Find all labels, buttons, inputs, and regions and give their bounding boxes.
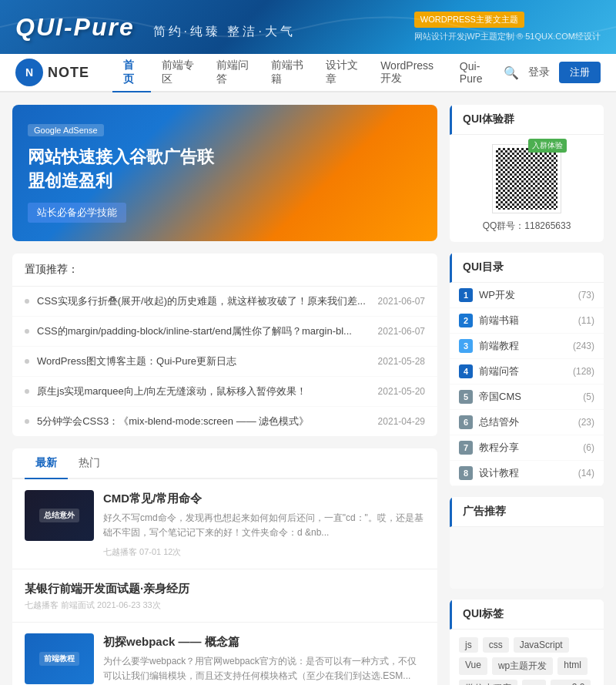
menu-item-label: 帝国CMS xyxy=(479,390,583,404)
menu-count: (243) xyxy=(573,341,594,351)
menu-count: (14) xyxy=(578,468,594,478)
ad-recommend-card: 广告推荐 xyxy=(450,497,604,589)
tag-wp[interactable]: wp xyxy=(522,680,546,685)
nav-link-首页[interactable]: 首页 xyxy=(112,54,151,92)
menu-count: (23) xyxy=(578,417,594,428)
pinned-title: 5分钟学会CSS3：《mix-blend-mode:screen —— 滤色模式… xyxy=(37,415,370,428)
menu-item-前端书籍[interactable]: 2 前端书籍 (11) xyxy=(450,308,604,334)
menu-item-教程分享[interactable]: 7 教程分享 (6) xyxy=(450,435,604,461)
article-meta: 七越播客 07-01 12次 xyxy=(103,546,425,558)
tag-Vue[interactable]: Vue xyxy=(459,657,487,675)
menu-item-设计教程[interactable]: 8 设计教程 (14) xyxy=(450,461,604,486)
article-meta: 七越播客 前端面试 2021-06-23 33次 xyxy=(25,599,425,611)
join-btn[interactable]: 入群体验 xyxy=(528,139,567,153)
pinned-header: 置顶推荐： xyxy=(12,254,437,287)
nav-link-前端专区[interactable]: 前端专区 xyxy=(151,54,206,92)
login-button[interactable]: 登录 xyxy=(528,65,550,79)
pinned-dot xyxy=(25,329,29,334)
hero-slogan: 简约·纯臻 整洁·大气 xyxy=(153,25,296,38)
nav-link-前端问答[interactable]: 前端问答 xyxy=(206,54,260,92)
pinned-date: 2021-05-20 xyxy=(378,386,425,397)
article-thumb: 前端教程 xyxy=(25,633,94,684)
menu-num: 4 xyxy=(459,364,473,378)
menu-item-label: 前端教程 xyxy=(479,339,573,353)
menu-item-label: 前端书籍 xyxy=(479,314,578,327)
main-content: Google AdSense 网站快速接入谷歌广告联盟创造盈利 站长必备必学技能… xyxy=(12,105,437,685)
menu-item-label: WP开发 xyxy=(479,288,578,302)
sidebar: QUI体验群 入群体验 QQ群号：118265633 QUI目录 1 WP开发 … xyxy=(450,105,604,685)
nav-links: 首页前端专区前端问答前端书籍设计文章WordPress开发Qui-Pure xyxy=(112,54,504,91)
article-list: 总结意外 CMD常见/常用命令 好久不写cmd命令，发现再也想起来如何如何后还问… xyxy=(12,479,437,685)
tab-最新[interactable]: 最新 xyxy=(25,448,68,479)
tabs-header: 最新热门 xyxy=(12,448,437,479)
menu-count: (73) xyxy=(578,290,594,301)
nav-logo[interactable]: N NOTE xyxy=(15,59,89,86)
wp-theme-button[interactable]: WORDPRESS主要文主题 xyxy=(414,12,524,28)
menu-count: (11) xyxy=(578,315,594,326)
nav-actions: 🔍 登录 注册 xyxy=(504,62,601,83)
main-container: Google AdSense 网站快速接入谷歌广告联盟创造盈利 站长必备必学技能… xyxy=(0,92,616,685)
qui-menu-list: 1 WP开发 (73) 2 前端书籍 (11) 3 前端教程 (243) 4 前… xyxy=(450,283,604,486)
qui-menu-card: QUI目录 1 WP开发 (73) 2 前端书籍 (11) 3 前端教程 (24… xyxy=(450,253,604,486)
pinned-item[interactable]: 原生js实现marquee向上/向左无缝滚动，鼠标移入暂停效果！ 2021-05… xyxy=(12,377,437,407)
menu-num: 1 xyxy=(459,288,473,302)
tag-微信小程序[interactable]: 微信小程序 xyxy=(459,680,517,685)
menu-count: (128) xyxy=(573,366,594,377)
search-icon[interactable]: 🔍 xyxy=(504,65,519,80)
tags-container: jscssJavaScriptVuewp主题开发html微信小程序wpvue3.… xyxy=(450,630,604,685)
ad-recommend-title: 广告推荐 xyxy=(450,497,604,527)
nav-link-Qui-Pure[interactable]: Qui-Pure xyxy=(449,54,504,92)
menu-item-label: 前端问答 xyxy=(479,364,573,378)
qr-inner xyxy=(496,148,557,210)
tag-wp主题开发[interactable]: wp主题开发 xyxy=(492,657,553,675)
article-thumb: 总结意外 xyxy=(25,490,94,541)
ad-sidebar-content xyxy=(450,527,604,589)
pinned-dot xyxy=(25,419,29,424)
pinned-item[interactable]: CSS的margin/padding-block/inline-start/en… xyxy=(12,317,437,347)
menu-item-帝国CMS[interactable]: 5 帝国CMS (5) xyxy=(450,384,604,410)
menu-item-label: 总结管外 xyxy=(479,415,578,429)
menu-item-总结管外[interactable]: 6 总结管外 (23) xyxy=(450,410,604,435)
menu-item-WP开发[interactable]: 1 WP开发 (73) xyxy=(450,283,604,308)
menu-item-前端问答[interactable]: 4 前端问答 (128) xyxy=(450,359,604,384)
menu-item-前端教程[interactable]: 3 前端教程 (243) xyxy=(450,334,604,359)
article-title: CMD常见/常用命令 xyxy=(103,490,425,506)
pinned-item[interactable]: CSS实现多行折叠(展开/收起)的历史难题，就这样被攻破了！原来我们差... 2… xyxy=(12,287,437,317)
hero-right: WORDPRESS主要文主题 网站设计开发jWP主题定制 ® 51QUX.COM… xyxy=(414,12,601,42)
article-item[interactable]: 前端教程 初探webpack —— 概念篇 为什么要学webpack？用官网we… xyxy=(12,623,437,685)
article-excerpt: 好久不写cmd命令，发现再也想起来如何如何后还问，一直"cd："。哎，还是基础不… xyxy=(103,511,425,540)
pinned-dot xyxy=(25,389,29,394)
hero-logo: QUI-Pure xyxy=(15,13,135,41)
tag-vue3.0[interactable]: vue3.0 xyxy=(551,680,591,685)
menu-item-label: 教程分享 xyxy=(479,441,583,455)
article-title: 初探webpack —— 概念篇 xyxy=(103,633,425,650)
tag-js[interactable]: js xyxy=(459,637,478,653)
ad-subtitle: 站长必备必学技能 xyxy=(28,203,126,223)
nav-link-前端书籍[interactable]: 前端书籍 xyxy=(260,54,315,92)
register-button[interactable]: 注册 xyxy=(559,62,601,83)
tab-热门[interactable]: 热门 xyxy=(68,448,111,479)
article-item[interactable]: 总结意外 CMD常见/常用命令 好久不写cmd命令，发现再也想起来如何如何后还问… xyxy=(12,479,437,569)
tag-css[interactable]: css xyxy=(483,637,509,653)
qr-code: 入群体验 xyxy=(492,144,561,213)
menu-item-label: 设计教程 xyxy=(479,466,578,480)
pinned-item[interactable]: WordPress图文博客主题：Qui-Pure更新日志 2021-05-28 xyxy=(12,347,437,377)
thumb-label: 总结意外 xyxy=(39,509,79,522)
tag-JavaScript[interactable]: JavaScript xyxy=(514,637,569,653)
ad-banner[interactable]: Google AdSense 网站快速接入谷歌广告联盟创造盈利 站长必备必学技能 xyxy=(12,105,437,241)
article-item-no-thumb[interactable]: 某银行前端开发面试题·亲身经历 七越播客 前端面试 2021-06-23 33次 xyxy=(12,569,437,623)
pinned-date: 2021-06-07 xyxy=(378,326,425,337)
article-title: 某银行前端开发面试题·亲身经历 xyxy=(25,580,425,596)
nav-link-设计文章[interactable]: 设计文章 xyxy=(315,54,370,92)
nav-logo-text: NOTE xyxy=(48,65,89,81)
pinned-dot xyxy=(25,359,29,364)
qui-group-title: QUI体验群 xyxy=(450,105,604,135)
pinned-title: WordPress图文博客主题：Qui-Pure更新日志 xyxy=(37,354,370,368)
tags-card: QUI标签 jscssJavaScriptVuewp主题开发html微信小程序w… xyxy=(450,599,604,685)
nav-link-WordPress开发[interactable]: WordPress开发 xyxy=(370,54,449,92)
tag-html[interactable]: html xyxy=(557,657,588,675)
hero-right-text: 网站设计开发jWP主题定制 ® 51QUX.COM经设计 xyxy=(414,32,601,41)
article-body: CMD常见/常用命令 好久不写cmd命令，发现再也想起来如何如何后还问，一直"c… xyxy=(103,490,425,558)
pinned-item[interactable]: 5分钟学会CSS3：《mix-blend-mode:screen —— 滤色模式… xyxy=(12,407,437,436)
pinned-dot xyxy=(25,299,29,304)
